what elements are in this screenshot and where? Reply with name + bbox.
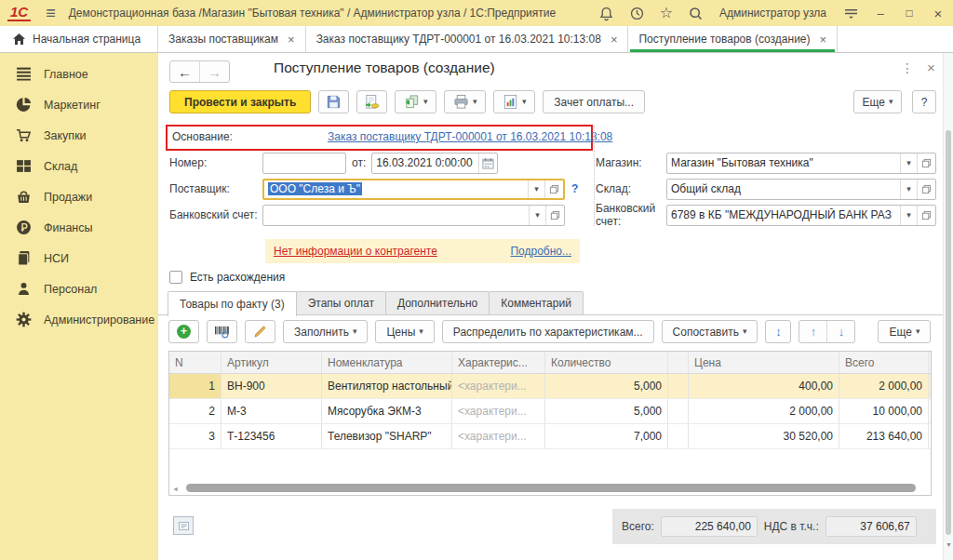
col-quantity[interactable]: Количество <box>545 352 668 373</box>
post-document-button[interactable] <box>356 90 387 113</box>
service-menu-icon[interactable] <box>842 5 859 21</box>
payment-offset-button[interactable]: Зачет оплаты... <box>543 90 645 113</box>
cell-nomenclature[interactable]: Телевизор "SHARP" <box>322 424 452 448</box>
sidebar-item-nsi[interactable]: НСИ <box>0 243 158 273</box>
cell-nomenclature[interactable]: Вентилятор настольный <box>322 374 452 398</box>
search-icon[interactable] <box>687 5 704 21</box>
vertical-scrollbar[interactable]: ▼ <box>943 53 953 560</box>
bank-account2-field[interactable]: 6789 в КБ "МЕЖДУНАРОДНЫЙ БАНК РАЗ ▾ <box>666 205 936 226</box>
notifications-icon[interactable] <box>598 5 615 21</box>
open-icon[interactable] <box>917 180 935 199</box>
dropdown-icon[interactable]: ▾ <box>528 180 544 198</box>
reports-button[interactable]: ▾ <box>493 90 535 113</box>
maximize-button[interactable]: □ <box>902 7 917 20</box>
cell-quantity[interactable]: 7,000 <box>545 424 668 448</box>
scroll-left-icon[interactable]: ◄ <box>172 486 179 492</box>
history-icon[interactable] <box>629 5 646 21</box>
col-price[interactable]: Цена <box>689 352 839 373</box>
cell-characteristic[interactable]: <характери... <box>452 374 545 398</box>
close-form-button[interactable]: × <box>927 60 935 75</box>
expand-rows-button[interactable]: ↕ <box>765 320 791 343</box>
table-row[interactable]: 2 М-3 Мясорубка ЭКМ-3 <характери... 5,00… <box>169 399 931 424</box>
number-field[interactable] <box>262 153 346 174</box>
tab-payment-stages[interactable]: Этапы оплат <box>296 291 386 315</box>
favorites-icon[interactable]: ☆ <box>660 6 673 20</box>
table-row[interactable]: 3 Т-123456 Телевизор "SHARP" <характери.… <box>169 424 931 449</box>
cell-quantity[interactable]: 5,000 <box>545 374 668 398</box>
horizontal-scroll-thumb[interactable] <box>186 484 916 492</box>
close-tab-icon[interactable]: × <box>820 33 827 47</box>
table-row[interactable]: 1 ВН-900 Вентилятор настольный <характер… <box>169 374 931 399</box>
save-button[interactable] <box>318 90 349 113</box>
tab-goods-by-fact[interactable]: Товары по факту (3) <box>168 291 297 316</box>
cell-article[interactable]: Т-123456 <box>221 424 322 448</box>
cell-total[interactable]: 2 000,00 <box>839 374 929 398</box>
cell-article[interactable]: М-3 <box>221 399 322 423</box>
barcode-scan-button[interactable] <box>207 320 237 343</box>
move-down-button[interactable]: ↓ <box>827 321 854 342</box>
current-user[interactable]: Администратор узла <box>719 7 826 20</box>
col-article[interactable]: Артикул <box>221 352 322 373</box>
cell-price[interactable]: 30 520,00 <box>689 424 839 448</box>
col-n[interactable]: N <box>169 352 221 373</box>
open-icon[interactable] <box>917 206 935 225</box>
move-up-button[interactable]: ↑ <box>799 321 827 342</box>
close-window-button[interactable]: × <box>931 6 946 21</box>
help-button[interactable]: ? <box>912 90 936 113</box>
print-button[interactable]: ▾ <box>444 90 486 113</box>
cell-total[interactable]: 10 000,00 <box>839 399 929 423</box>
cell-n[interactable]: 1 <box>169 374 221 398</box>
more-menu-icon[interactable]: ⋮ <box>901 60 914 75</box>
notes-button[interactable] <box>173 516 194 535</box>
vertical-scroll-thumb[interactable] <box>946 130 951 535</box>
close-tab-icon[interactable]: × <box>611 33 618 47</box>
open-icon[interactable] <box>917 153 935 173</box>
sidebar-item-purchases[interactable]: Закупки <box>0 120 158 151</box>
post-and-close-button[interactable]: Провести и закрыть <box>169 90 311 113</box>
tab-comment[interactable]: Комментарий <box>489 291 584 315</box>
col-total[interactable]: Всего <box>839 352 929 373</box>
dropdown-icon[interactable]: ▾ <box>900 206 917 225</box>
sidebar-item-warehouse[interactable]: Склад <box>0 151 158 181</box>
minimize-button[interactable]: – <box>873 7 888 20</box>
cell-nomenclature[interactable]: Мясорубка ЭКМ-3 <box>322 399 452 423</box>
back-button[interactable]: ← <box>170 61 200 82</box>
dropdown-icon[interactable]: ▾ <box>900 153 917 173</box>
close-tab-icon[interactable]: × <box>288 33 295 47</box>
cell-quantity[interactable]: 5,000 <box>545 399 668 423</box>
discrepancies-checkbox[interactable] <box>169 271 182 284</box>
tab-goods-receipt[interactable]: Поступление товаров (создание) × <box>628 26 838 52</box>
cell-price[interactable]: 2 000,00 <box>689 399 839 423</box>
warehouse-field[interactable]: Общий склад ▾ <box>666 179 936 200</box>
edit-row-button[interactable] <box>245 320 275 343</box>
sidebar-item-personnel[interactable]: Персонал <box>0 273 158 304</box>
horizontal-scrollbar[interactable]: ◄ <box>171 484 927 493</box>
distribute-by-characteristics-button[interactable]: Распределить по характеристикам... <box>442 320 654 343</box>
col-characteristic[interactable]: Характерис... <box>452 352 545 373</box>
sidebar-item-finance[interactable]: Финансы <box>0 212 158 243</box>
cell-article[interactable]: ВН-900 <box>221 374 322 398</box>
create-based-on-button[interactable]: ▾ <box>395 90 436 113</box>
cell-total[interactable]: 213 640,00 <box>839 424 929 448</box>
tab-supplier-orders[interactable]: Заказы поставщикам × <box>158 26 306 52</box>
bank-account-field[interactable]: ▾ <box>262 205 565 226</box>
main-menu-icon[interactable]: ≡ <box>46 5 56 21</box>
supplier-field[interactable]: ООО "Слеза и Ъ" ▾ <box>262 179 565 200</box>
fill-button[interactable]: Заполнить▾ <box>283 320 368 343</box>
cell-n[interactable]: 3 <box>169 424 221 448</box>
calendar-icon[interactable] <box>478 153 497 173</box>
sidebar-item-administration[interactable]: Администрирование <box>0 304 158 335</box>
sidebar-item-sales[interactable]: Продажи <box>0 181 158 212</box>
details-link[interactable]: Подробно... <box>510 245 571 258</box>
cell-characteristic[interactable]: <характери... <box>452 424 545 448</box>
supplier-help-icon[interactable]: ? <box>571 182 578 195</box>
cell-price[interactable]: 400,00 <box>689 374 839 398</box>
forward-button[interactable]: → <box>200 61 229 82</box>
dropdown-icon[interactable]: ▾ <box>900 180 917 199</box>
contractor-warning-link[interactable]: Нет информации о контрагенте <box>274 245 437 258</box>
add-row-button[interactable]: + <box>168 320 199 343</box>
open-icon[interactable] <box>544 180 563 198</box>
form-more-button[interactable]: Еще ▾ <box>853 90 902 113</box>
basis-link[interactable]: Заказ поставщику ТДРТ-000001 от 16.03.20… <box>328 130 612 143</box>
match-button[interactable]: Сопоставить▾ <box>662 320 758 343</box>
